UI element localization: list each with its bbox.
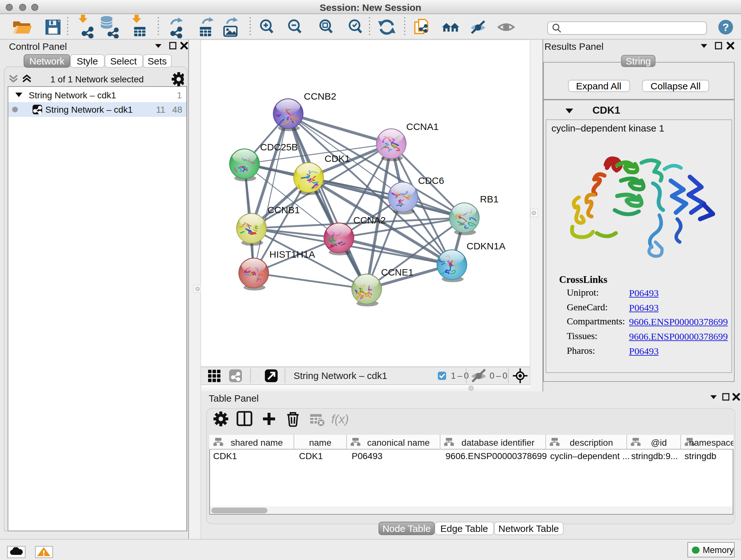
svg-text:CDC6: CDC6: [418, 175, 444, 186]
svg-text:CDKN1A: CDKN1A: [467, 241, 506, 251]
svg-text:CCNB1: CCNB1: [267, 205, 300, 215]
svg-text:11: 11: [156, 105, 165, 115]
svg-text:CDK1: CDK1: [325, 153, 350, 164]
svg-text:?: ?: [723, 21, 729, 33]
svg-text:CCNA2: CCNA2: [353, 215, 386, 226]
svg-text:48: 48: [172, 105, 182, 115]
svg-text:database identifier: database identifier: [461, 438, 534, 448]
svg-text:9606.ENSP00000378699: 9606.ENSP00000378699: [445, 451, 547, 461]
svg-text:CDC25B: CDC25B: [260, 142, 298, 152]
svg-text:canonical name: canonical name: [367, 438, 429, 448]
svg-text:f(x): f(x): [331, 413, 348, 426]
svg-text:shared name: shared name: [230, 438, 282, 448]
svg-text:description: description: [569, 438, 612, 448]
svg-text:String Network – cdk1: String Network – cdk1: [29, 90, 116, 100]
svg-text:1: 1: [177, 90, 182, 100]
svg-text:0 – 0: 0 – 0: [489, 371, 508, 381]
svg-text:CDK1: CDK1: [299, 451, 323, 461]
svg-text:name: name: [309, 438, 331, 448]
svg-text:String Network – cdk1: String Network – cdk1: [45, 105, 133, 115]
svg-text:cyclin–dependent ...: cyclin–dependent ...: [550, 451, 629, 461]
svg-text:CCNA1: CCNA1: [406, 121, 439, 132]
svg-text:@id: @id: [650, 438, 666, 448]
svg-text:CCNE1: CCNE1: [381, 267, 414, 277]
svg-text:CCNB2: CCNB2: [304, 91, 336, 102]
svg-text:1 of 1 Network selected: 1 of 1 Network selected: [51, 74, 144, 84]
svg-text:stringdb:9...: stringdb:9...: [631, 451, 677, 461]
svg-text:namespace: namespace: [689, 438, 733, 448]
svg-text:HIST1H1A: HIST1H1A: [269, 249, 315, 260]
svg-text:RB1: RB1: [480, 194, 498, 204]
svg-text:stringdb: stringdb: [684, 451, 716, 461]
svg-text:CDK1: CDK1: [213, 451, 237, 461]
svg-text:P06493: P06493: [351, 451, 382, 461]
svg-text:String Network – cdk1: String Network – cdk1: [293, 370, 387, 381]
